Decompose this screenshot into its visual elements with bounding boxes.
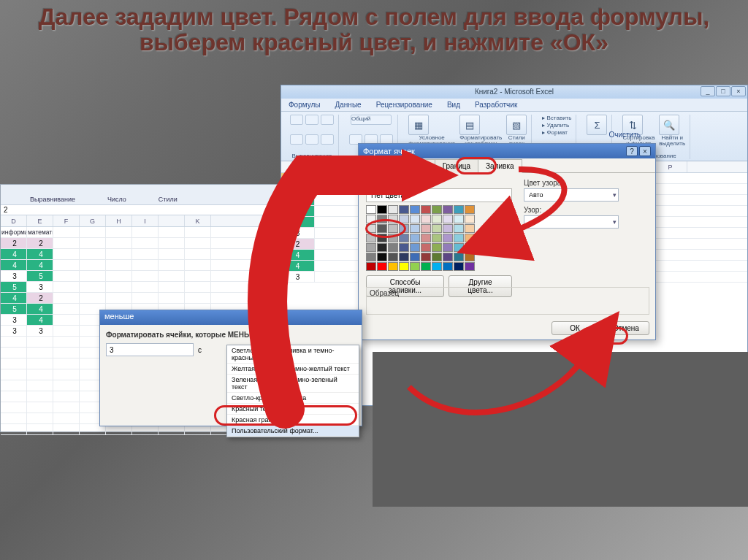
color-swatch[interactable] <box>465 243 475 252</box>
ok-button[interactable]: ОК <box>552 321 598 335</box>
close-icon[interactable]: × <box>731 86 746 96</box>
dropdown-opt-selected[interactable]: Пользовательский формат... <box>227 426 359 437</box>
color-swatch[interactable] <box>454 234 464 242</box>
color-swatch[interactable] <box>377 234 387 242</box>
color-swatch[interactable] <box>432 243 442 252</box>
color-swatch[interactable] <box>410 205 420 214</box>
color-swatch[interactable] <box>443 253 453 261</box>
less-value-input[interactable] <box>106 343 194 356</box>
tab-developer[interactable]: Разработчик <box>468 99 524 111</box>
color-swatch[interactable] <box>388 234 398 242</box>
close-icon[interactable]: × <box>639 146 651 156</box>
color-swatch[interactable] <box>421 224 431 233</box>
color-swatch[interactable] <box>399 243 409 252</box>
dropdown-opt[interactable]: Зеленая заливка и темно-зеленый текст <box>227 375 359 393</box>
color-swatch[interactable] <box>443 205 453 214</box>
color-swatch[interactable] <box>421 243 431 252</box>
color-swatch[interactable] <box>377 215 387 223</box>
tab-border[interactable]: Граница <box>435 159 478 173</box>
color-swatch[interactable] <box>377 262 387 271</box>
color-swatch[interactable] <box>465 205 475 214</box>
color-swatch[interactable] <box>432 224 442 233</box>
color-swatch[interactable] <box>388 243 398 252</box>
color-swatch[interactable] <box>465 224 475 233</box>
color-swatch[interactable] <box>421 253 431 261</box>
color-swatch[interactable] <box>432 215 442 223</box>
color-swatch[interactable] <box>399 262 409 271</box>
color-swatch[interactable] <box>410 262 420 271</box>
color-swatch[interactable] <box>388 215 398 223</box>
color-swatch[interactable] <box>366 243 376 252</box>
tab-view[interactable]: Вид <box>440 99 468 111</box>
no-color-option[interactable]: Нет цвета <box>366 188 512 202</box>
delete-cells[interactable]: ▸ Удалить <box>542 122 571 129</box>
color-swatch[interactable] <box>388 262 398 271</box>
format-table-icon[interactable]: ▤ <box>459 115 480 135</box>
color-swatch[interactable] <box>443 262 453 271</box>
color-swatch[interactable] <box>377 253 387 261</box>
autosum-icon[interactable]: Σ <box>587 115 607 135</box>
minimize-icon[interactable]: _ <box>701 86 715 96</box>
color-swatch[interactable] <box>432 262 442 271</box>
color-swatch[interactable] <box>443 224 453 233</box>
color-swatch[interactable] <box>454 253 464 261</box>
clear-link[interactable]: Очистить <box>608 131 641 315</box>
color-swatch[interactable] <box>432 234 442 242</box>
color-swatch[interactable] <box>454 205 464 214</box>
dropdown-opt[interactable]: Светло-красная заливка <box>227 393 359 404</box>
color-swatch[interactable] <box>377 205 387 214</box>
cond-format-icon[interactable]: ▦ <box>408 115 429 135</box>
format-dropdown[interactable]: Светло-красная заливка и темно-красный т… <box>226 345 359 437</box>
tab-font[interactable]: Шрифт <box>395 159 435 173</box>
color-swatch[interactable] <box>410 234 420 242</box>
color-swatch[interactable] <box>432 253 442 261</box>
color-swatch[interactable] <box>366 205 376 214</box>
color-swatch[interactable] <box>366 234 376 242</box>
color-swatch[interactable] <box>388 205 398 214</box>
color-swatch[interactable] <box>454 262 464 271</box>
pattern-color-combo[interactable]: Авто <box>524 188 619 202</box>
tab-data[interactable]: Данные <box>328 99 369 111</box>
color-swatch[interactable] <box>377 243 387 252</box>
tab-fill[interactable]: Заливка <box>478 159 522 173</box>
color-swatch[interactable] <box>443 215 453 223</box>
cell-styles-icon[interactable]: ▧ <box>506 115 527 135</box>
color-swatch[interactable] <box>366 253 376 261</box>
dropdown-opt[interactable]: Желтая заливка и темно-желтый текст <box>227 364 359 375</box>
color-swatch[interactable] <box>421 205 431 214</box>
color-swatch[interactable] <box>421 262 431 271</box>
color-swatch[interactable] <box>465 215 475 223</box>
color-swatch[interactable] <box>410 224 420 233</box>
color-swatch[interactable] <box>465 262 475 271</box>
cancel-button[interactable]: Отмена <box>603 321 649 335</box>
maximize-icon[interactable]: □ <box>716 86 730 96</box>
color-swatch[interactable] <box>366 262 376 271</box>
color-swatch[interactable] <box>399 215 409 223</box>
color-swatch[interactable] <box>421 234 431 242</box>
dropdown-opt[interactable]: Красный текст <box>227 404 359 415</box>
find-select-icon[interactable]: 🔍 <box>659 115 679 135</box>
color-swatch[interactable] <box>454 224 464 233</box>
color-swatches[interactable] <box>366 205 512 271</box>
insert-cells[interactable]: ▸ Вставить <box>542 115 571 121</box>
tab-formulas[interactable]: Формулы <box>281 99 328 111</box>
dropdown-opt[interactable]: Красная граница <box>227 415 359 426</box>
format-cells[interactable]: ▸ Формат <box>542 129 571 136</box>
color-swatch[interactable] <box>410 243 420 252</box>
color-swatch[interactable] <box>410 253 420 261</box>
color-swatch[interactable] <box>366 215 376 223</box>
tab-review[interactable]: Рецензирование <box>369 99 440 111</box>
color-swatch[interactable] <box>410 215 420 223</box>
color-swatch[interactable] <box>421 215 431 223</box>
excel-ribbon-tabs[interactable]: Формулы Данные Рецензирование Вид Разраб… <box>281 99 747 112</box>
dropdown-opt[interactable]: Светло-красная заливка и темно-красный т… <box>227 345 359 364</box>
color-swatch[interactable] <box>465 253 475 261</box>
color-swatch[interactable] <box>443 243 453 252</box>
pattern-combo[interactable] <box>524 215 619 229</box>
color-swatch[interactable] <box>399 205 409 214</box>
color-swatch[interactable] <box>388 253 398 261</box>
color-swatch[interactable] <box>454 243 464 252</box>
color-swatch[interactable] <box>399 224 409 233</box>
color-swatch[interactable] <box>399 253 409 261</box>
color-swatch[interactable] <box>366 224 376 233</box>
